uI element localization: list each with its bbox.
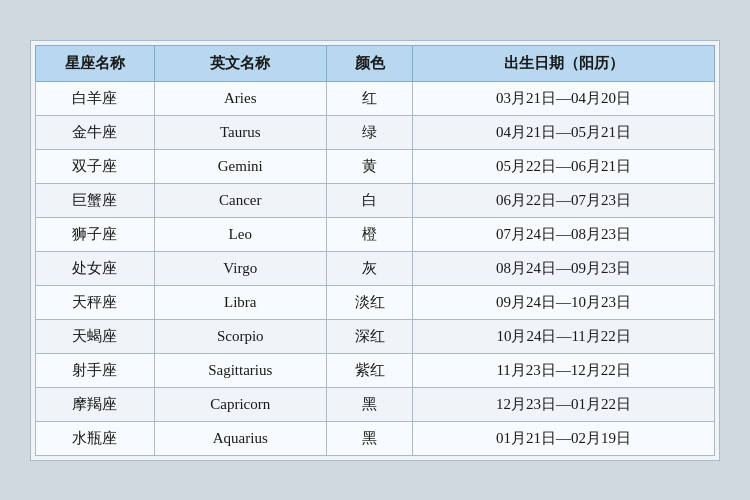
cell-zh: 狮子座 [36, 217, 155, 251]
cell-en: Cancer [154, 183, 326, 217]
cell-en: Virgo [154, 251, 326, 285]
zodiac-table-wrapper: 星座名称 英文名称 颜色 出生日期（阳历） 白羊座Aries红03月21日—04… [30, 40, 720, 461]
cell-date: 01月21日—02月19日 [413, 421, 715, 455]
cell-en: Gemini [154, 149, 326, 183]
cell-zh: 处女座 [36, 251, 155, 285]
cell-zh: 金牛座 [36, 115, 155, 149]
table-row: 双子座Gemini黄05月22日—06月21日 [36, 149, 715, 183]
table-row: 摩羯座Capricorn黑12月23日—01月22日 [36, 387, 715, 421]
cell-en: Aquarius [154, 421, 326, 455]
cell-date: 12月23日—01月22日 [413, 387, 715, 421]
cell-zh: 射手座 [36, 353, 155, 387]
cell-en: Scorpio [154, 319, 326, 353]
cell-color: 绿 [326, 115, 412, 149]
cell-en: Aries [154, 81, 326, 115]
table-row: 巨蟹座Cancer白06月22日—07月23日 [36, 183, 715, 217]
table-row: 金牛座Taurus绿04月21日—05月21日 [36, 115, 715, 149]
cell-date: 05月22日—06月21日 [413, 149, 715, 183]
header-en: 英文名称 [154, 45, 326, 81]
cell-color: 灰 [326, 251, 412, 285]
table-row: 处女座Virgo灰08月24日—09月23日 [36, 251, 715, 285]
cell-color: 橙 [326, 217, 412, 251]
table-row: 白羊座Aries红03月21日—04月20日 [36, 81, 715, 115]
cell-date: 09月24日—10月23日 [413, 285, 715, 319]
cell-zh: 双子座 [36, 149, 155, 183]
cell-color: 深红 [326, 319, 412, 353]
cell-date: 03月21日—04月20日 [413, 81, 715, 115]
cell-date: 10月24日—11月22日 [413, 319, 715, 353]
table-row: 天秤座Libra淡红09月24日—10月23日 [36, 285, 715, 319]
cell-zh: 天秤座 [36, 285, 155, 319]
header-color: 颜色 [326, 45, 412, 81]
cell-color: 黑 [326, 421, 412, 455]
cell-color: 黑 [326, 387, 412, 421]
cell-color: 黄 [326, 149, 412, 183]
table-header-row: 星座名称 英文名称 颜色 出生日期（阳历） [36, 45, 715, 81]
cell-en: Leo [154, 217, 326, 251]
cell-zh: 摩羯座 [36, 387, 155, 421]
cell-color: 紫红 [326, 353, 412, 387]
table-row: 天蝎座Scorpio深红10月24日—11月22日 [36, 319, 715, 353]
cell-date: 11月23日—12月22日 [413, 353, 715, 387]
cell-zh: 白羊座 [36, 81, 155, 115]
table-row: 狮子座Leo橙07月24日—08月23日 [36, 217, 715, 251]
cell-zh: 巨蟹座 [36, 183, 155, 217]
header-zh: 星座名称 [36, 45, 155, 81]
header-date: 出生日期（阳历） [413, 45, 715, 81]
cell-date: 07月24日—08月23日 [413, 217, 715, 251]
cell-color: 淡红 [326, 285, 412, 319]
cell-date: 08月24日—09月23日 [413, 251, 715, 285]
cell-zh: 天蝎座 [36, 319, 155, 353]
table-row: 射手座Sagittarius紫红11月23日—12月22日 [36, 353, 715, 387]
cell-en: Libra [154, 285, 326, 319]
cell-color: 白 [326, 183, 412, 217]
cell-en: Sagittarius [154, 353, 326, 387]
cell-color: 红 [326, 81, 412, 115]
cell-en: Capricorn [154, 387, 326, 421]
cell-date: 06月22日—07月23日 [413, 183, 715, 217]
cell-zh: 水瓶座 [36, 421, 155, 455]
cell-en: Taurus [154, 115, 326, 149]
table-row: 水瓶座Aquarius黑01月21日—02月19日 [36, 421, 715, 455]
zodiac-table: 星座名称 英文名称 颜色 出生日期（阳历） 白羊座Aries红03月21日—04… [35, 45, 715, 456]
cell-date: 04月21日—05月21日 [413, 115, 715, 149]
